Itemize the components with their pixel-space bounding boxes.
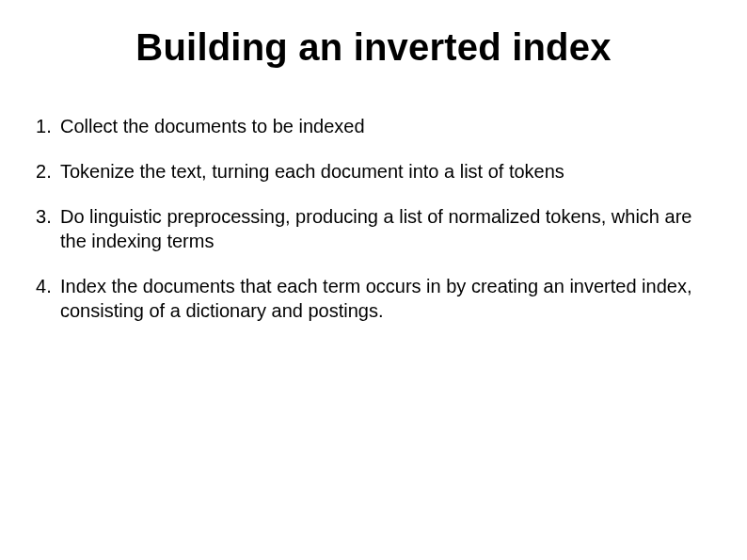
- slide-title: Building an inverted index: [36, 26, 711, 69]
- slide: Building an inverted index Collect the d…: [0, 0, 747, 560]
- list-item: Tokenize the text, turning each document…: [36, 159, 711, 184]
- list-item: Do linguistic preprocessing, producing a…: [36, 204, 711, 253]
- steps-list: Collect the documents to be indexed Toke…: [36, 114, 711, 323]
- list-item: Index the documents that each term occur…: [36, 274, 711, 323]
- list-item: Collect the documents to be indexed: [36, 114, 711, 138]
